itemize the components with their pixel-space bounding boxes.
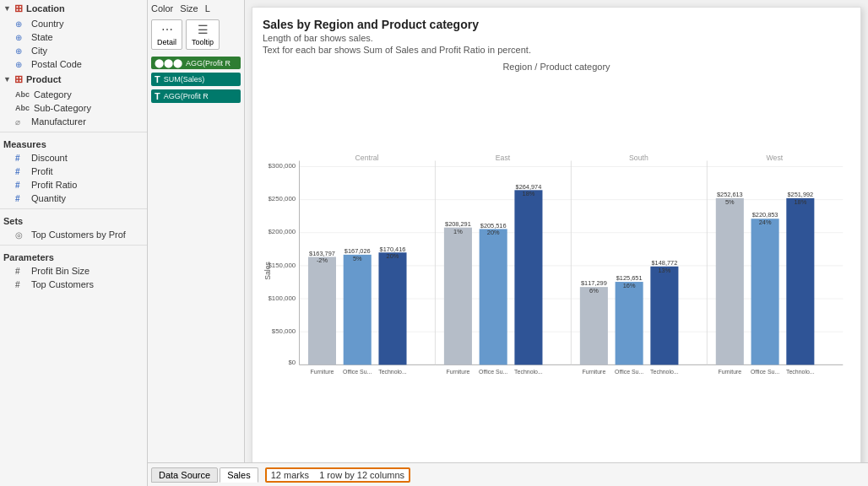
field-category[interactable]: Abc Category	[0, 88, 147, 101]
bar-central-furniture[interactable]	[308, 256, 336, 364]
svg-text:West: West	[767, 154, 784, 162]
location-section-icon: ⊞	[14, 3, 23, 14]
field-city[interactable]: ⊕ City	[0, 44, 147, 57]
bar-south-furniture[interactable]	[580, 287, 608, 364]
bar-east-technology[interactable]	[514, 190, 542, 364]
field-state-label: State	[31, 32, 53, 42]
svg-text:Technolo...: Technolo...	[378, 369, 407, 375]
bar-west-technology[interactable]	[786, 198, 814, 364]
field-profit-ratio[interactable]: # Profit Ratio	[0, 178, 147, 192]
product-section-icon: ⊞	[14, 73, 23, 85]
mark-pill-agg-profit-2[interactable]: T AGG(Profit R	[151, 89, 241, 103]
tooltip-button[interactable]: ☰ Tooltip	[186, 19, 220, 50]
tab-data-source[interactable]: Data Source	[151, 467, 218, 483]
svg-text:Furniture: Furniture	[447, 369, 470, 375]
mark-pill-agg-profit-1[interactable]: ⬤⬤⬤ AGG(Profit R	[151, 57, 241, 69]
tab-sales[interactable]: Sales	[220, 467, 258, 483]
svg-text:$264,974: $264,974	[516, 183, 542, 191]
detail-icon: ⋯	[161, 23, 173, 36]
globe-icon-country: ⊕	[15, 19, 27, 29]
globe-icon-postal: ⊕	[15, 60, 27, 69]
svg-text:18%: 18%	[794, 198, 806, 206]
field-profit-bin-size[interactable]: # Profit Bin Size	[0, 264, 147, 278]
svg-text:Office Su...: Office Su...	[751, 369, 779, 375]
svg-text:Furniture: Furniture	[718, 369, 741, 375]
main-container: ▼ ⊞ Location ⊕ Country ⊕ State ⊕ City ⊕ …	[0, 0, 868, 486]
param-icon-profit-bin: #	[15, 267, 27, 276]
hash-icon-quantity: #	[15, 194, 27, 203]
bar-central-officesupplies[interactable]	[344, 255, 372, 365]
field-top-customers-param[interactable]: # Top Customers	[0, 278, 147, 291]
pill-t-icon-2: T	[155, 91, 160, 101]
marks-l-label[interactable]: L	[205, 3, 210, 14]
product-chevron: ▼	[3, 75, 11, 84]
product-section-header[interactable]: ▼ ⊞ Product	[0, 71, 147, 88]
field-state[interactable]: ⊕ State	[0, 30, 147, 44]
svg-text:$200,000: $200,000	[268, 229, 296, 236]
field-sub-category[interactable]: Abc Sub-Category	[0, 101, 147, 115]
marks-icon-buttons: ⋯ Detail ☰ Tooltip	[151, 19, 241, 50]
chart-panel: Sales by Region and Product category Len…	[252, 7, 861, 479]
svg-text:$150,000: $150,000	[268, 262, 296, 269]
field-country[interactable]: ⊕ Country	[0, 17, 147, 30]
abc-icon-subcategory: Abc	[15, 104, 30, 112]
chart-subtitle: Length of bar shows sales.	[263, 33, 850, 43]
field-top-customers[interactable]: ◎ Top Customers by Prof	[0, 228, 147, 241]
field-quantity-label: Quantity	[31, 193, 66, 203]
svg-text:$250,000: $250,000	[268, 195, 296, 202]
svg-text:Technolo...: Technolo...	[650, 369, 679, 375]
svg-text:$50,000: $50,000	[272, 327, 296, 335]
field-profit[interactable]: # Profit	[0, 165, 147, 178]
measures-header: Measures	[0, 136, 147, 151]
marks-panel: Color Size L ⋯ Detail ☰ Tooltip ⬤⬤⬤	[148, 0, 245, 486]
field-postal-code[interactable]: ⊕ Postal Code	[0, 57, 147, 71]
bar-east-furniture[interactable]	[444, 228, 472, 365]
svg-text:$163,797: $163,797	[309, 250, 335, 257]
svg-text:South: South	[629, 154, 648, 162]
svg-text:Furniture: Furniture	[582, 369, 605, 375]
marks-color-label[interactable]: Color	[151, 3, 173, 14]
svg-text:6%: 6%	[589, 287, 599, 294]
svg-text:16%: 16%	[623, 282, 636, 289]
svg-text:$300,000: $300,000	[268, 162, 296, 170]
svg-text:$167,026: $167,026	[344, 247, 371, 255]
svg-text:Technolo...: Technolo...	[786, 369, 815, 375]
field-category-label: Category	[34, 89, 72, 100]
bar-central-technology[interactable]	[378, 252, 406, 364]
svg-text:$148,772: $148,772	[652, 259, 678, 267]
svg-text:$170,416: $170,416	[380, 246, 406, 253]
detail-button[interactable]: ⋯ Detail	[151, 19, 182, 50]
svg-text:Central: Central	[355, 154, 379, 162]
field-manufacturer-label: Manufacturer	[31, 116, 86, 127]
marks-top-labels: Color Size L	[151, 3, 241, 14]
product-section-label: Product	[26, 74, 62, 84]
sets-header: Sets	[0, 213, 147, 228]
bar-south-technology[interactable]	[650, 267, 678, 365]
svg-text:$252,613: $252,613	[717, 191, 743, 198]
location-chevron: ▼	[3, 4, 11, 13]
field-manufacturer[interactable]: ⌀ Manufacturer	[0, 115, 147, 128]
svg-text:20%: 20%	[387, 252, 399, 260]
chart-region-label: Region / Product category	[263, 62, 850, 72]
row-col-info: 1 row by 12 columns	[319, 470, 404, 480]
params-divider	[0, 245, 147, 246]
field-city-label: City	[31, 46, 47, 56]
right-area: Color Size L ⋯ Detail ☰ Tooltip ⬤⬤⬤	[148, 0, 868, 486]
bar-south-officesupplies[interactable]	[616, 282, 643, 364]
bar-west-furniture[interactable]	[716, 198, 744, 364]
parameters-header: Parameters	[0, 249, 147, 264]
bar-west-officesupplies[interactable]	[751, 219, 779, 364]
top-content: Color Size L ⋯ Detail ☰ Tooltip ⬤⬤⬤	[148, 0, 868, 486]
svg-text:$208,291: $208,291	[445, 220, 471, 228]
bar-east-officesupplies[interactable]	[480, 229, 507, 364]
marks-size-label[interactable]: Size	[180, 3, 198, 14]
mark-pill-sum-sales[interactable]: T SUM(Sales)	[151, 73, 241, 86]
svg-text:Office Su...: Office Su...	[343, 369, 372, 375]
svg-text:$220,853: $220,853	[752, 211, 778, 219]
field-top-customers-param-label: Top Customers	[31, 279, 94, 289]
field-discount[interactable]: # Discount	[0, 151, 147, 165]
svg-text:$0: $0	[288, 359, 296, 366]
field-quantity[interactable]: # Quantity	[0, 192, 147, 205]
location-section-header[interactable]: ▼ ⊞ Location	[0, 0, 147, 17]
globe-icon-state: ⊕	[15, 33, 27, 42]
